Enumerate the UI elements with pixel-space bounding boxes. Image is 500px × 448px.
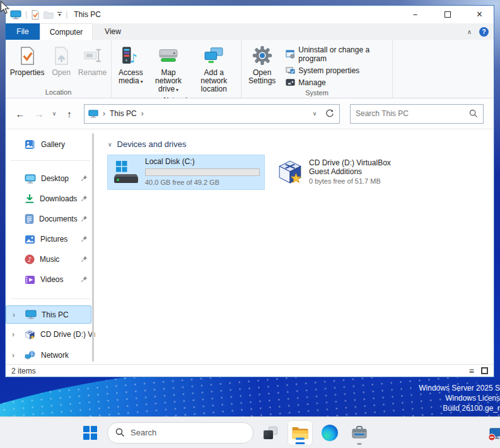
properties-button[interactable]: Properties (7, 42, 48, 78)
map-network-drive-button[interactable]: Map network drive▾ (148, 42, 190, 95)
network-icon (25, 351, 36, 360)
address-bar[interactable]: › This PC › ∨ (84, 104, 340, 124)
maximize-button[interactable] (433, 6, 462, 23)
expand-chevron-icon[interactable]: › (12, 351, 18, 360)
dropdown-icon: ▾ (176, 87, 178, 93)
drive-tile-cd-drive-d[interactable]: VBox CD Drive (D:) VirtualBox Guest Addi… (272, 155, 407, 189)
qat-new-folder-button[interactable] (44, 11, 54, 19)
server-manager-taskbar-button[interactable] (347, 420, 372, 445)
address-dropdown-button[interactable]: ∨ (308, 110, 322, 117)
qat-customize-button[interactable]: ▾ (57, 12, 62, 17)
navigation-pane: Gallery Desktop Downloads (6, 129, 95, 364)
watermark-line: Build 26100.ge_r (419, 403, 500, 413)
access-media-button[interactable]: ♪ Access media▾ (115, 42, 146, 86)
virtualbox-cd-icon: VBox (277, 159, 303, 186)
titlebar-separator: | (25, 10, 27, 19)
titlebar: | ▾ | This PC − × (6, 6, 494, 23)
sidebar-item-this-pc[interactable]: › This PC (6, 305, 91, 324)
details-view-button[interactable]: ≡ (469, 367, 474, 375)
sidebar-item-desktop[interactable]: Desktop (6, 168, 95, 189)
add-network-location-button[interactable]: Add a network location (191, 42, 237, 94)
sidebar-item-gallery[interactable]: Gallery (6, 134, 95, 155)
file-explorer-taskbar-button[interactable] (288, 420, 313, 445)
taskbar-search[interactable] (107, 422, 253, 444)
edge-taskbar-button[interactable] (317, 420, 342, 445)
breadcrumb-chevron[interactable]: › (98, 109, 110, 118)
sidebar-item-network[interactable]: › Network (6, 345, 95, 364)
pin-icon (81, 256, 88, 262)
files-pane: ∨ Devices and drives Local Disk (C:) 40.… (95, 129, 494, 364)
navigation-bar: ← → ∨ ↑ › This PC › ∨ (6, 98, 494, 129)
taskbar-search-input[interactable] (131, 428, 225, 437)
group-label-location: Location (6, 87, 111, 98)
address-location-icon (88, 110, 98, 118)
recent-locations-button[interactable]: ∨ (50, 110, 59, 117)
os-watermark: Windows Server 2025 S Windows Licens Bui… (419, 383, 500, 413)
group-header-devices-and-drives[interactable]: ∨ Devices and drives (108, 139, 494, 149)
tab-computer[interactable]: Computer (40, 23, 93, 40)
dropdown-icon: ▾ (141, 79, 143, 85)
network-location-icon (204, 44, 224, 67)
uninstall-program-button[interactable]: Uninstall or change a program (284, 45, 388, 64)
sidebar-item-music[interactable]: ♪ Music (6, 249, 95, 269)
sidebar-item-pictures[interactable]: Pictures (6, 229, 95, 249)
taskbar (0, 416, 500, 448)
back-button[interactable]: ← (12, 109, 28, 119)
task-view-button[interactable] (258, 420, 283, 445)
tray-network-icon[interactable] (487, 427, 500, 442)
search-icon (115, 428, 125, 437)
group-label-system: System (241, 88, 392, 98)
this-pc-icon (10, 10, 21, 20)
music-icon: ♪ (25, 254, 35, 264)
sidebar-item-documents[interactable]: Documents (6, 209, 95, 229)
search-icon (469, 109, 478, 118)
manage-button[interactable]: Manage (284, 78, 388, 88)
rename-button: Rename (75, 42, 110, 78)
close-button[interactable]: × (465, 6, 494, 23)
task-view-icon (264, 427, 277, 439)
pin-icon (81, 195, 88, 202)
open-settings-button[interactable]: Open Settings (245, 42, 279, 86)
sidebar-item-videos[interactable]: Videos (6, 269, 95, 290)
large-icons-view-button[interactable] (481, 367, 488, 374)
up-button[interactable]: ↑ (61, 109, 78, 119)
drive-tile-local-disk-c[interactable]: Local Disk (C:) 40.0 GB free of 49.2 GB (108, 155, 264, 189)
titlebar-separator: | (66, 10, 67, 19)
expand-chevron-icon[interactable]: › (13, 310, 19, 319)
pin-icon (81, 235, 88, 242)
start-button[interactable] (78, 420, 103, 445)
qat-properties-button[interactable] (31, 10, 40, 20)
system-properties-button[interactable]: System properties (284, 66, 388, 76)
forward-button: → (31, 109, 47, 119)
help-button[interactable]: ? (479, 27, 489, 37)
open-button: Open (49, 42, 74, 78)
sidebar-separator (11, 298, 90, 299)
svg-text:♪: ♪ (28, 256, 32, 264)
watermark-line: Windows Licens (419, 393, 500, 403)
ribbon: Properties Open Rename Location (6, 40, 494, 98)
screen: { "glyphs": { "pipe": "|", "dropdown": "… (0, 0, 500, 448)
hard-drive-icon (113, 160, 139, 184)
search-box (350, 104, 484, 124)
drive-free-space: 0 bytes free of 51.7 MB (309, 177, 402, 186)
collapse-ribbon-button[interactable]: ∧ (467, 28, 472, 35)
watermark-line: Windows Server 2025 S (419, 383, 500, 393)
item-count: 2 items (11, 367, 36, 375)
tab-view[interactable]: View (93, 23, 133, 40)
pictures-icon (25, 235, 35, 244)
windows-logo-icon (83, 426, 97, 440)
sidebar-item-cd-drive[interactable]: › CD Drive (D:) Vir (6, 324, 95, 345)
manage-icon (286, 78, 295, 87)
breadcrumb-this-pc[interactable]: This PC (110, 109, 137, 118)
breadcrumb-chevron[interactable]: › (137, 109, 148, 118)
sidebar-scrollbar[interactable] (92, 133, 94, 362)
refresh-button[interactable] (322, 109, 338, 118)
expand-chevron-icon[interactable]: › (12, 330, 18, 339)
tab-file[interactable]: File (6, 23, 40, 40)
sidebar-item-downloads[interactable]: Downloads (6, 189, 95, 209)
minimize-button[interactable]: − (401, 6, 429, 23)
search-input[interactable] (356, 109, 469, 118)
properties-icon (19, 44, 36, 67)
uninstall-icon (286, 50, 295, 59)
collapse-group-icon[interactable]: ∨ (108, 141, 112, 148)
